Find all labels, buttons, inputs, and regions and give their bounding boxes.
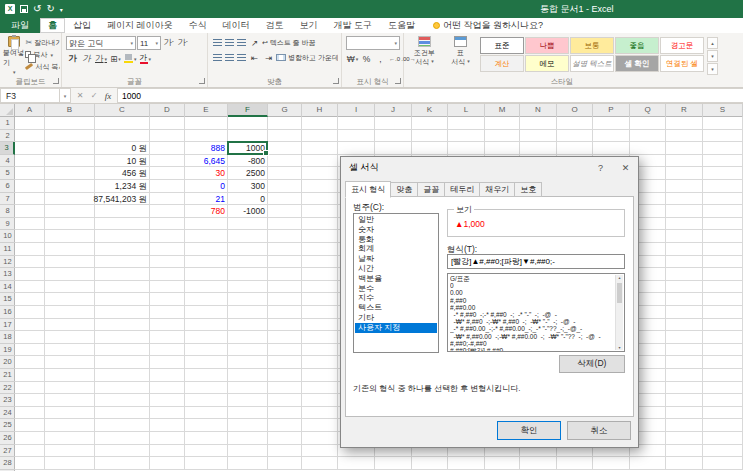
- cell-style-9[interactable]: 연결된 셀: [660, 55, 704, 72]
- category-item-3[interactable]: 회계: [355, 244, 437, 254]
- row-header-9[interactable]: 9: [0, 218, 15, 231]
- row-header-2[interactable]: 2: [0, 130, 15, 143]
- format-item-0[interactable]: G/표준: [450, 275, 614, 282]
- tab-help[interactable]: 도움말: [380, 18, 423, 33]
- cell-C6[interactable]: 1,234 원: [115, 180, 147, 193]
- column-header-G[interactable]: G: [268, 104, 302, 117]
- cell-style-7[interactable]: 설명 텍스트: [570, 55, 614, 72]
- cell-style-3[interactable]: 좋음: [615, 37, 659, 54]
- format-list-scrollbar[interactable]: ▴ ▾: [615, 275, 623, 350]
- save-icon[interactable]: [20, 5, 28, 13]
- tab-review[interactable]: 검토: [258, 18, 292, 33]
- paste-button[interactable]: 붙여넣기 ▾: [3, 35, 25, 75]
- undo-icon[interactable]: ↺: [33, 4, 41, 14]
- cell-style-5[interactable]: 계산: [480, 55, 524, 72]
- gallery-up-icon[interactable]: ▴: [707, 37, 718, 49]
- column-header-R[interactable]: R: [666, 104, 703, 117]
- format-item-1[interactable]: 0: [450, 282, 614, 289]
- column-header-J[interactable]: J: [375, 104, 412, 117]
- tab-home[interactable]: 홈: [40, 18, 65, 33]
- format-item-8[interactable]: _-₩* #,##0.00_-;-₩* #,##0.00_-;_-₩* "-"?…: [450, 333, 614, 340]
- format-item-10[interactable]: #,##0;[빨강]-#,##0: [450, 347, 614, 352]
- row-header-21[interactable]: 21: [0, 369, 15, 382]
- scrollbar-thumb[interactable]: [617, 283, 622, 303]
- row-header-7[interactable]: 7: [0, 193, 15, 206]
- font-color-button[interactable]: 가▾: [139, 52, 153, 65]
- percent-style-button[interactable]: %: [360, 52, 373, 65]
- row-header-23[interactable]: 23: [0, 394, 15, 407]
- column-header-E[interactable]: E: [185, 104, 228, 117]
- alignment-dialog-launcher-icon[interactable]: [333, 78, 339, 84]
- font-name-select[interactable]: 맑은 고딕 ▾: [66, 36, 136, 50]
- row-header-1[interactable]: 1: [0, 117, 15, 130]
- row-header-6[interactable]: 6: [0, 180, 15, 193]
- column-header-F[interactable]: F: [228, 104, 268, 117]
- dialog-tab-4[interactable]: 채우기: [479, 182, 515, 197]
- tell-me-box[interactable]: 어떤 작업을 원하시나요?: [433, 18, 543, 33]
- decrease-indent-button[interactable]: ⇤: [248, 51, 261, 64]
- bold-button[interactable]: 가: [66, 52, 79, 65]
- dialog-tab-2[interactable]: 글꼴: [417, 182, 445, 197]
- cancel-button[interactable]: 취소: [567, 421, 631, 440]
- cell-style-0[interactable]: 표준: [480, 37, 524, 54]
- insert-function-icon[interactable]: fx: [101, 91, 115, 101]
- increase-decimal-button[interactable]: ←.0: [388, 52, 401, 65]
- copy-button[interactable]: 복사 ▾: [25, 49, 60, 60]
- font-dialog-launcher-icon[interactable]: [199, 78, 205, 84]
- column-header-M[interactable]: M: [485, 104, 520, 117]
- enter-entry-icon[interactable]: ✓: [87, 91, 101, 100]
- category-item-1[interactable]: 숫자: [355, 225, 437, 235]
- dialog-close-icon[interactable]: ✕: [613, 157, 638, 178]
- column-header-A[interactable]: A: [15, 104, 45, 117]
- row-header-11[interactable]: 11: [0, 243, 15, 256]
- cell-F7[interactable]: 0: [260, 193, 265, 206]
- cell-style-1[interactable]: 나쁨: [525, 37, 569, 54]
- row-header-28[interactable]: 28: [0, 457, 15, 470]
- align-center-icon[interactable]: [225, 54, 234, 62]
- tab-developer[interactable]: 개발 도구: [326, 18, 381, 33]
- cell-C3[interactable]: 0 원: [131, 142, 147, 155]
- tab-page-layout[interactable]: 페이지 레이아웃: [99, 18, 181, 33]
- row-header-4[interactable]: 4: [0, 155, 15, 168]
- cell-E3[interactable]: 888: [211, 142, 225, 155]
- wrap-text-button[interactable]: ↩ 텍스트 줄 바꿈: [262, 38, 316, 48]
- column-header-B[interactable]: B: [45, 104, 95, 117]
- redo-icon[interactable]: ↻: [46, 4, 54, 14]
- format-code-input[interactable]: [447, 254, 625, 269]
- row-header-16[interactable]: 16: [0, 306, 15, 319]
- font-size-select[interactable]: 11 ▾: [137, 36, 161, 50]
- fill-color-button[interactable]: ▾: [123, 52, 138, 65]
- format-item-3[interactable]: #,##0: [450, 297, 614, 304]
- category-item-11[interactable]: 사용자 지정: [355, 323, 437, 333]
- row-header-25[interactable]: 25: [0, 419, 15, 432]
- cell-style-8[interactable]: 셀 확인: [615, 55, 659, 72]
- column-header-I[interactable]: I: [338, 104, 375, 117]
- italic-button[interactable]: 가: [80, 52, 93, 65]
- increase-indent-button[interactable]: ⇥: [262, 51, 275, 64]
- align-middle-icon[interactable]: [225, 39, 234, 47]
- column-header-K[interactable]: K: [412, 104, 448, 117]
- align-left-icon[interactable]: [213, 54, 222, 62]
- name-box-caret-icon[interactable]: ▾: [60, 88, 71, 103]
- cell-E8[interactable]: 780: [211, 205, 225, 218]
- category-item-2[interactable]: 통화: [355, 235, 437, 245]
- align-right-icon[interactable]: [237, 54, 246, 62]
- scroll-up-icon[interactable]: ▴: [616, 275, 623, 280]
- row-header-18[interactable]: 18: [0, 331, 15, 344]
- column-header-S[interactable]: S: [703, 104, 743, 117]
- tab-data[interactable]: 데이터: [215, 18, 258, 33]
- dialog-tab-1[interactable]: 맞춤: [390, 182, 418, 197]
- dialog-tab-5[interactable]: 보호: [514, 182, 542, 197]
- comma-style-button[interactable]: ,: [374, 52, 387, 65]
- column-header-H[interactable]: H: [302, 104, 338, 117]
- format-item-2[interactable]: 0.00: [450, 289, 614, 296]
- row-header-3[interactable]: 3: [0, 142, 15, 155]
- gallery-down-icon[interactable]: ▾: [707, 50, 718, 62]
- row-header-24[interactable]: 24: [0, 407, 15, 420]
- cell-F4[interactable]: -800: [248, 155, 265, 168]
- qat-customize-icon[interactable]: ▾: [60, 6, 63, 13]
- decrease-font-size-button[interactable]: 가ˇ: [176, 37, 189, 50]
- name-box[interactable]: F3: [0, 88, 60, 103]
- borders-button[interactable]: ⊞▾: [109, 52, 122, 65]
- dialog-help-icon[interactable]: ?: [588, 157, 613, 178]
